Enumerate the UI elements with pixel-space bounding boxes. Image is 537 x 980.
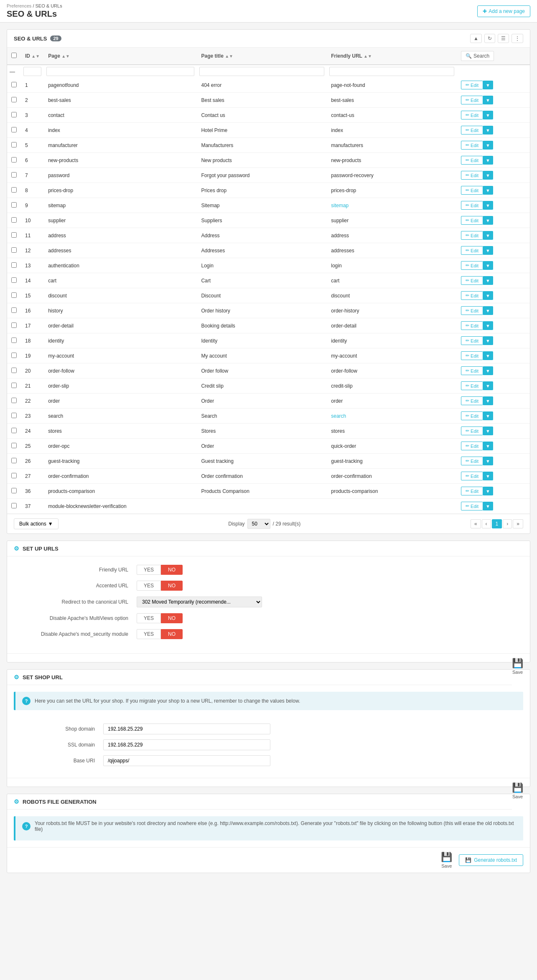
generate-robots-button[interactable]: 💾 Generate robots.txt (459, 854, 523, 866)
edit-button[interactable]: ✏ Edit (461, 351, 483, 360)
ssl-domain-input[interactable] (103, 739, 270, 750)
row-checkbox[interactable] (11, 338, 17, 343)
edit-dropdown-button[interactable]: ▼ (483, 291, 493, 300)
page-first-button[interactable]: « (471, 519, 481, 528)
row-checkbox[interactable] (11, 262, 17, 268)
row-checkbox[interactable] (11, 97, 17, 102)
row-checkbox[interactable] (11, 322, 17, 328)
edit-button[interactable]: ✏ Edit (461, 502, 483, 510)
edit-dropdown-button[interactable]: ▼ (483, 261, 493, 270)
multiviews-no[interactable]: NO (161, 613, 183, 623)
base-uri-input[interactable] (103, 755, 270, 766)
edit-dropdown-button[interactable]: ▼ (483, 442, 493, 450)
redirect-select[interactable]: 302 Moved Temporarily (recommende... (137, 597, 262, 607)
row-checkbox[interactable] (11, 307, 17, 313)
edit-dropdown-button[interactable]: ▼ (483, 351, 493, 360)
sort-asc-button[interactable]: ▲ (470, 34, 482, 43)
edit-button[interactable]: ✏ Edit (461, 321, 483, 330)
edit-button[interactable]: ✏ Edit (461, 201, 483, 210)
edit-button[interactable]: ✏ Edit (461, 427, 483, 435)
shop-domain-input[interactable] (103, 724, 270, 734)
row-checkbox[interactable] (11, 142, 17, 147)
breadcrumb-parent[interactable]: Preferences (7, 3, 31, 8)
edit-button[interactable]: ✏ Edit (461, 487, 483, 495)
edit-button[interactable]: ✏ Edit (461, 126, 483, 135)
row-checkbox[interactable] (11, 157, 17, 162)
edit-dropdown-button[interactable]: ▼ (483, 306, 493, 315)
edit-button[interactable]: ✏ Edit (461, 141, 483, 150)
edit-dropdown-button[interactable]: ▼ (483, 126, 493, 135)
row-checkbox[interactable] (11, 112, 17, 117)
row-checkbox[interactable] (11, 353, 17, 358)
friendly-url-yes[interactable]: YES (137, 565, 161, 575)
edit-button[interactable]: ✏ Edit (461, 336, 483, 345)
add-page-button[interactable]: ✚ Add a new page (477, 5, 530, 17)
row-checkbox[interactable] (11, 172, 17, 178)
edit-dropdown-button[interactable]: ▼ (483, 457, 493, 465)
edit-dropdown-button[interactable]: ▼ (483, 472, 493, 480)
edit-dropdown-button[interactable]: ▼ (483, 216, 493, 225)
edit-button[interactable]: ✏ Edit (461, 276, 483, 285)
edit-button[interactable]: ✏ Edit (461, 171, 483, 180)
edit-button[interactable]: ✏ Edit (461, 306, 483, 315)
edit-button[interactable]: ✏ Edit (461, 396, 483, 405)
header-id[interactable]: ID ▲▼ (21, 48, 44, 65)
bulk-actions-button[interactable]: Bulk actions ▼ (14, 518, 59, 529)
setup-save-button[interactable]: 💾 Save (512, 658, 523, 675)
row-checkbox[interactable] (11, 458, 17, 463)
edit-dropdown-button[interactable]: ▼ (483, 201, 493, 210)
row-checkbox[interactable] (11, 413, 17, 418)
row-checkbox[interactable] (11, 127, 17, 132)
edit-dropdown-button[interactable]: ▼ (483, 487, 493, 495)
friendly-url-link[interactable]: search (331, 413, 346, 419)
edit-dropdown-button[interactable]: ▼ (483, 336, 493, 345)
row-checkbox[interactable] (11, 368, 17, 373)
row-checkbox[interactable] (11, 277, 17, 283)
page-1-button[interactable]: 1 (492, 519, 502, 528)
edit-button[interactable]: ✏ Edit (461, 81, 483, 89)
row-checkbox[interactable] (11, 488, 17, 493)
edit-dropdown-button[interactable]: ▼ (483, 396, 493, 405)
page-prev-button[interactable]: ‹ (482, 519, 491, 528)
row-checkbox[interactable] (11, 428, 17, 433)
edit-button[interactable]: ✏ Edit (461, 291, 483, 300)
edit-dropdown-button[interactable]: ▼ (483, 366, 493, 375)
page-next-button[interactable]: › (503, 519, 512, 528)
shop-save-button[interactable]: 💾 Save (512, 782, 523, 799)
multiviews-yes[interactable]: YES (137, 613, 161, 623)
modsecurity-yes[interactable]: YES (137, 629, 161, 639)
accented-url-yes[interactable]: YES (137, 581, 161, 591)
display-select[interactable]: 50 100 200 (247, 519, 270, 529)
filter-url-input[interactable] (329, 67, 454, 76)
edit-dropdown-button[interactable]: ▼ (483, 81, 493, 89)
edit-button[interactable]: ✏ Edit (461, 231, 483, 240)
edit-dropdown-button[interactable]: ▼ (483, 411, 493, 420)
friendly-url-no[interactable]: NO (161, 565, 183, 575)
friendly-url-link[interactable]: sitemap (331, 203, 349, 208)
edit-button[interactable]: ✏ Edit (461, 186, 483, 195)
edit-button[interactable]: ✏ Edit (461, 111, 483, 119)
edit-button[interactable]: ✏ Edit (461, 472, 483, 480)
more-options-button[interactable]: ⋮ (512, 34, 523, 43)
row-checkbox[interactable] (11, 473, 17, 478)
edit-button[interactable]: ✏ Edit (461, 216, 483, 225)
row-checkbox[interactable] (11, 247, 17, 253)
filter-id-input[interactable] (23, 67, 41, 76)
row-checkbox[interactable] (11, 443, 17, 448)
edit-button[interactable]: ✏ Edit (461, 156, 483, 165)
edit-button[interactable]: ✏ Edit (461, 261, 483, 270)
edit-dropdown-button[interactable]: ▼ (483, 502, 493, 510)
edit-dropdown-button[interactable]: ▼ (483, 111, 493, 119)
row-checkbox[interactable] (11, 503, 17, 508)
edit-button[interactable]: ✏ Edit (461, 442, 483, 450)
edit-button[interactable]: ✏ Edit (461, 246, 483, 255)
header-friendly-url[interactable]: Friendly URL ▲▼ (327, 48, 457, 65)
edit-dropdown-button[interactable]: ▼ (483, 276, 493, 285)
edit-dropdown-button[interactable]: ▼ (483, 321, 493, 330)
row-checkbox[interactable] (11, 232, 17, 238)
edit-dropdown-button[interactable]: ▼ (483, 141, 493, 150)
filter-page-input[interactable] (46, 67, 194, 76)
row-checkbox[interactable] (11, 202, 17, 208)
row-checkbox[interactable] (11, 82, 17, 87)
columns-button[interactable]: ☰ (498, 34, 509, 43)
